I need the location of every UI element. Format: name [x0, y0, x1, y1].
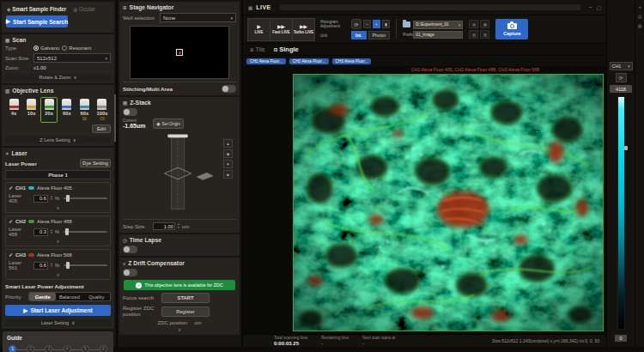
info-panel-icon[interactable]: ▦	[638, 23, 642, 28]
lut-gradient-bar[interactable]	[617, 96, 625, 330]
ch1-power-slider[interactable]	[64, 197, 107, 199]
ch3-power-input[interactable]: 0.6	[33, 262, 48, 270]
ch2-power-slider[interactable]	[64, 231, 107, 233]
step-size-stepper[interactable]: ▴▾	[178, 223, 179, 228]
slider-handle[interactable]	[66, 262, 70, 269]
tool-panel-icon[interactable]: ▤	[638, 14, 642, 19]
collapse-panel-icon[interactable]: ◂	[639, 4, 641, 9]
rotate-zoom-link[interactable]: Rotate & Zoom ∨	[5, 74, 111, 81]
guide-step-2[interactable]: 2	[27, 345, 34, 352]
histogram-decrease-button[interactable]: –	[363, 20, 371, 28]
save-path-select[interactable]: D:\Experiment_01 ▾	[413, 21, 463, 29]
stage-map[interactable]	[130, 26, 229, 79]
left-scrollbar[interactable]	[114, 94, 116, 142]
radio-resonant[interactable]: Resonant	[62, 46, 91, 51]
ch1-dye-name[interactable]: Alexa Fluor 405	[37, 185, 72, 191]
histogram-auto-button[interactable]: ⟳	[351, 19, 361, 29]
unit-photon-button[interactable]: Photon	[368, 31, 391, 39]
lut-auto-scale-button[interactable]: ⟳	[616, 73, 627, 82]
turbo-live-button[interactable]: ▶▶ Turbo LIVE	[292, 18, 315, 41]
ch2-expand-chevron[interactable]: ∨	[9, 239, 107, 244]
map-capture-icon-button[interactable]: ▧	[469, 30, 478, 39]
guide-step-4[interactable]: 4	[64, 345, 71, 352]
lut-max-value[interactable]: 4118	[610, 85, 632, 93]
zdc-expand-chevron[interactable]: ∨	[123, 327, 236, 332]
objective-100x-oil[interactable]: 100x Oil	[94, 97, 111, 123]
tab-smart-sample-finder[interactable]: ◈ Smart Sample Finder	[7, 6, 66, 12]
z-lens-setting-link[interactable]: Z Lens Setting ∨	[5, 137, 111, 143]
ch1-checkbox[interactable]: ✓	[9, 185, 13, 191]
tile-capture-icon-button[interactable]: ▨	[480, 30, 489, 39]
fast-live-button[interactable]: ▶▶ Fast LIVE	[270, 18, 293, 41]
objective-60x-sil[interactable]: 60x Sil	[76, 97, 93, 123]
z-set-bottom-button[interactable]: ▼	[223, 160, 233, 168]
radio-galvano[interactable]: Galvano	[33, 46, 59, 51]
time-lapse-toggle[interactable]	[123, 246, 137, 253]
ch2-power-stepper[interactable]: ▴▾	[51, 229, 52, 234]
objective-10x[interactable]: 10x	[23, 97, 40, 123]
guide-step-5[interactable]: 5	[82, 345, 89, 352]
live-image-frame[interactable]	[293, 74, 604, 331]
stitching-toggle[interactable]	[222, 85, 236, 93]
unit-int-button[interactable]: Int.	[351, 31, 367, 39]
histogram-full-range-button[interactable]: ▮	[382, 20, 390, 28]
stage-position-marker[interactable]	[176, 49, 183, 56]
start-sample-search-button[interactable]: ▶ Start Sample Search	[6, 15, 68, 27]
scan-size-select[interactable]: 512x512 ▾	[33, 53, 111, 63]
objective-4x[interactable]: 4x	[5, 97, 22, 123]
objective-20x-selected[interactable]: 20x	[40, 97, 58, 123]
guide-step-6[interactable]: 6	[100, 345, 107, 352]
guide-step-1[interactable]: 1	[9, 345, 16, 352]
start-laser-adjustment-button[interactable]: ▶ Start Laser Adjustment	[5, 305, 111, 316]
tab-single[interactable]: ⊡ Single	[274, 46, 299, 53]
slider-handle[interactable]	[66, 195, 70, 202]
capture-button[interactable]: Capture	[495, 19, 528, 39]
ch2-power-input[interactable]: 0.3	[33, 228, 48, 236]
ch3-power-stepper[interactable]: ▴▾	[51, 263, 52, 268]
zdc-toggle[interactable]	[123, 269, 137, 276]
ch3-dye-name[interactable]: Alexa Fluor 568	[37, 252, 72, 258]
objective-60x[interactable]: 60x	[58, 97, 76, 123]
well-selection-select[interactable]: None ▾	[160, 13, 236, 22]
priority-balanced[interactable]: Balanced	[56, 293, 82, 300]
focus-search-start-button[interactable]: START	[161, 293, 210, 303]
ch3-checkbox[interactable]: ✓	[9, 252, 13, 258]
lut-channel-select[interactable]: CH1 ▾	[610, 62, 633, 70]
dye-setting-button[interactable]: Dye Setting	[80, 159, 111, 167]
series-capture-icon-button[interactable]: ▤	[469, 20, 478, 28]
chip-ch3[interactable]: CH3 Alexa Fluor...	[332, 58, 372, 64]
histogram-fit-button[interactable]: ▪	[373, 20, 380, 28]
prefix-input[interactable]	[413, 31, 463, 39]
tab-ocular[interactable]: ◎ Ocular	[73, 6, 94, 12]
live-button[interactable]: ▶ LIVE	[247, 18, 270, 41]
z-reset-button[interactable]: ■	[223, 170, 233, 179]
z-set-top-button[interactable]: ▲	[223, 139, 233, 148]
ch1-expand-chevron[interactable]: ∨	[9, 205, 107, 210]
laser-setting-link[interactable]: Laser Setting ∨	[5, 319, 111, 326]
slider-handle[interactable]	[65, 228, 69, 235]
z-set-center-button[interactable]: ◆	[223, 149, 233, 158]
stack-capture-icon-button[interactable]: ▦	[480, 20, 489, 28]
priority-gentle[interactable]: Gentle	[29, 293, 56, 300]
ch1-power-stepper[interactable]: ▴▾	[51, 196, 52, 201]
tab-tile[interactable]: ⊞ Tile	[250, 46, 265, 52]
ch3-power-slider[interactable]	[64, 264, 107, 266]
priority-quality[interactable]: Quality	[83, 293, 110, 300]
step-size-input[interactable]: 1.00	[153, 222, 175, 230]
register-button[interactable]: Register	[161, 306, 210, 317]
chip-ch2[interactable]: CH2 Alexa Fluor...	[289, 58, 329, 64]
chip-ch1[interactable]: CH1 Alexa Fluor...	[246, 58, 286, 64]
ch1-power-input[interactable]: 0.6	[33, 195, 48, 203]
float-panel-icon[interactable]: ▢	[596, 4, 601, 10]
ch2-checkbox[interactable]: ✓	[9, 218, 13, 224]
ch2-dye-name[interactable]: Alexa Fluor 488	[37, 219, 72, 224]
folder-icon[interactable]	[403, 21, 410, 27]
edit-button[interactable]: Edit	[92, 124, 111, 133]
guide-step-3[interactable]: 3	[45, 345, 52, 352]
minimize-icon[interactable]: –	[589, 4, 592, 10]
panel-drag-bar[interactable]	[280, 4, 580, 10]
lut-range-handle[interactable]	[624, 146, 628, 150]
lut-min-value[interactable]: 0	[615, 335, 627, 342]
ch3-expand-chevron[interactable]: ∨	[9, 272, 107, 277]
set-origin-button[interactable]: ◉ Set Origin	[153, 118, 184, 129]
